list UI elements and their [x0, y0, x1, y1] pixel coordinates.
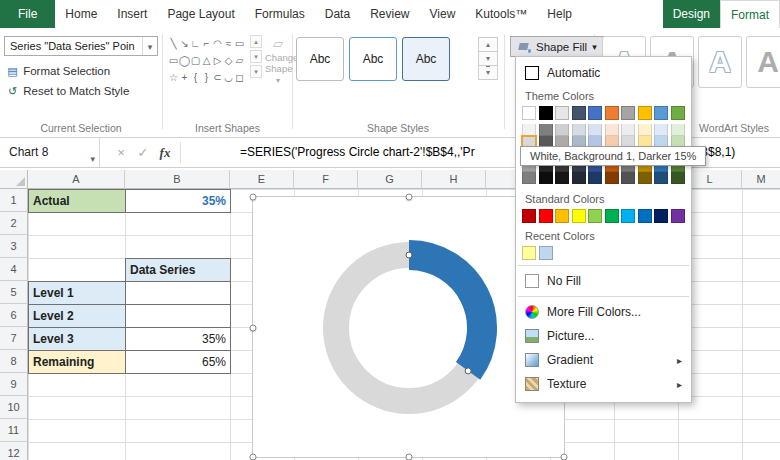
chevron-down-icon[interactable]: [142, 37, 157, 55]
shape-icon[interactable]: ⌐: [201, 35, 212, 52]
color-swatch[interactable]: [539, 172, 553, 184]
menu-item-picture[interactable]: Picture...: [516, 324, 691, 348]
row-header-6[interactable]: 6: [0, 304, 28, 327]
tab-format[interactable]: Format: [720, 0, 780, 28]
chart-element-selector[interactable]: Series "Data Series" Poin: [4, 36, 158, 56]
shape-icon[interactable]: ⊂: [212, 69, 223, 86]
color-swatch[interactable]: [555, 172, 569, 184]
donut-progress-arc[interactable]: [409, 255, 482, 371]
shape-icon[interactable]: ◇: [223, 52, 234, 69]
shape-icon[interactable]: ▭: [168, 52, 179, 69]
color-swatch[interactable]: [522, 209, 536, 223]
column-header-E[interactable]: E: [230, 170, 294, 189]
color-swatch[interactable]: [671, 172, 685, 184]
color-swatch[interactable]: [555, 209, 569, 223]
chart-selection-handle[interactable]: [250, 325, 257, 332]
formula-text[interactable]: =SERIES('Progress Circle chart-2'!$B$4,,…: [240, 138, 475, 167]
shape-fill-button[interactable]: Shape Fill: [510, 36, 605, 57]
shape-icon[interactable]: ↘: [179, 35, 190, 52]
tab-design[interactable]: Design: [663, 0, 720, 28]
wordart-preview-3[interactable]: A: [698, 36, 742, 88]
tab-review[interactable]: Review: [360, 0, 419, 28]
row-header-3[interactable]: 3: [0, 235, 28, 258]
shape-icon[interactable]: ☆: [168, 69, 179, 86]
color-swatch[interactable]: [572, 209, 586, 223]
column-header-M[interactable]: M: [742, 170, 780, 189]
row-header-8[interactable]: 8: [0, 350, 28, 373]
scroll-more-icon[interactable]: [250, 65, 262, 78]
menu-item-more-fill-colors[interactable]: More Fill Colors...: [516, 300, 691, 324]
column-header-H[interactable]: H: [422, 170, 486, 189]
color-swatch[interactable]: [638, 124, 652, 136]
color-swatch[interactable]: [671, 209, 685, 223]
shape-icon[interactable]: ◡: [223, 69, 234, 86]
shape-style-preview-2[interactable]: Abc: [349, 37, 397, 81]
color-swatch[interactable]: [539, 246, 553, 260]
reset-to-match-style-button[interactable]: Reset to Match Style: [5, 82, 129, 100]
color-swatch[interactable]: [572, 172, 586, 184]
column-header-G[interactable]: G: [358, 170, 422, 189]
tab-insert[interactable]: Insert: [107, 0, 157, 28]
color-swatch[interactable]: [588, 124, 602, 136]
row-header-9[interactable]: 9: [0, 373, 28, 396]
shape-icon[interactable]: {: [190, 69, 201, 86]
shape-icon[interactable]: ◻: [234, 69, 245, 86]
chart-selection-handle[interactable]: [406, 194, 413, 201]
color-swatch[interactable]: [605, 106, 619, 120]
color-swatch[interactable]: [555, 124, 569, 136]
cell-A5[interactable]: Level 1: [28, 281, 126, 305]
change-shape-button[interactable]: Change Shape: [265, 36, 291, 86]
color-swatch[interactable]: [522, 172, 536, 184]
shape-style-preview-3[interactable]: Abc: [402, 37, 450, 81]
tab-file[interactable]: File: [0, 0, 55, 28]
menu-item-automatic[interactable]: Automatic: [516, 61, 691, 85]
cell-A8[interactable]: Remaining: [28, 350, 126, 374]
chart-selection-handle[interactable]: [250, 454, 257, 460]
name-box[interactable]: Chart 8: [0, 138, 100, 167]
tab-pagelayout[interactable]: Page Layout: [157, 0, 244, 28]
color-swatch[interactable]: [638, 209, 652, 223]
shape-style-scrollbar[interactable]: [478, 37, 498, 79]
color-swatch[interactable]: [671, 106, 685, 120]
color-swatch[interactable]: [605, 124, 619, 136]
scroll-down-icon[interactable]: [478, 51, 498, 66]
row-header-4[interactable]: 4: [0, 258, 28, 281]
chevron-down-icon[interactable]: [90, 144, 95, 173]
color-swatch[interactable]: [621, 106, 635, 120]
color-swatch[interactable]: [588, 172, 602, 184]
tab-view[interactable]: View: [420, 0, 466, 28]
color-swatch[interactable]: [522, 124, 536, 136]
shape-icon[interactable]: ◠: [212, 35, 223, 52]
shape-icon[interactable]: ∟: [190, 35, 201, 52]
insert-shapes-scrollbar[interactable]: [250, 35, 262, 80]
cell-A1[interactable]: Actual: [28, 189, 126, 213]
insert-function-button[interactable]: fx: [156, 138, 174, 167]
enter-button[interactable]: ✓: [134, 138, 152, 167]
color-swatch[interactable]: [671, 124, 685, 136]
color-swatch[interactable]: [539, 209, 553, 223]
color-swatch[interactable]: [572, 124, 586, 136]
menu-item-gradient[interactable]: Gradient: [516, 348, 691, 372]
color-swatch[interactable]: [654, 106, 668, 120]
color-swatch[interactable]: [572, 106, 586, 120]
color-swatch[interactable]: [638, 172, 652, 184]
shape-icon[interactable]: }: [201, 69, 212, 86]
color-swatch[interactable]: [605, 172, 619, 184]
cell-A7[interactable]: Level 3: [28, 327, 126, 351]
color-swatch[interactable]: [522, 106, 536, 120]
color-swatch[interactable]: [539, 124, 553, 136]
color-swatch[interactable]: [588, 209, 602, 223]
menu-item-no-fill[interactable]: No Fill: [516, 269, 691, 293]
color-swatch[interactable]: [539, 106, 553, 120]
cancel-button[interactable]: ×: [112, 138, 130, 167]
tab-home[interactable]: Home: [55, 0, 107, 28]
color-swatch[interactable]: [621, 209, 635, 223]
color-swatch[interactable]: [654, 209, 668, 223]
column-header-B[interactable]: B: [125, 170, 230, 189]
shape-icon[interactable]: ◯: [179, 52, 190, 69]
shape-icon[interactable]: ▱: [234, 52, 245, 69]
color-swatch[interactable]: [555, 106, 569, 120]
cell-B1[interactable]: 35%: [125, 189, 231, 213]
column-header-F[interactable]: F: [294, 170, 358, 189]
shape-icon[interactable]: ╲: [168, 35, 179, 52]
